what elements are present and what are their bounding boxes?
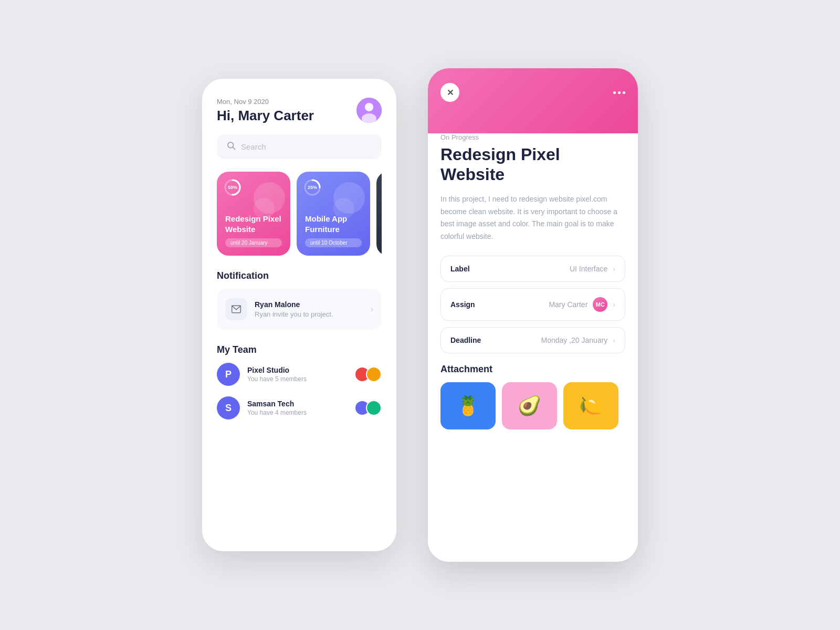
detail-label-text: Label — [450, 265, 470, 273]
project-card-3[interactable]: 50% Redes Ikea until 20 — [376, 172, 382, 256]
project-description: In this project, I need to redesign webs… — [440, 193, 625, 243]
detail-row-deadline[interactable]: Deadline Monday ,20 January › — [440, 327, 625, 353]
detail-assign-value-group: Mary Carter MC › — [549, 297, 615, 312]
project-cards-row: 50% Redesign Pixel Website until 20 Janu… — [217, 172, 382, 256]
project-card-1[interactable]: 50% Redesign Pixel Website until 20 Janu… — [217, 172, 290, 256]
team-members-1: You have 5 members — [247, 375, 347, 383]
header-controls: ✕ — [440, 83, 625, 102]
notification-card[interactable]: Ryan Malone Ryan invite you to project. … — [217, 289, 382, 330]
detail-deadline-value-group: Monday ,20 January › — [541, 336, 615, 344]
right-phone: ✕ On Progress Redesign Pixel Website In … — [428, 68, 638, 562]
attachment-thumb-2[interactable]: 🥑 — [502, 382, 557, 429]
search-placeholder: Search — [241, 142, 266, 151]
card-date-2: until 10 October — [305, 238, 362, 247]
close-button[interactable]: ✕ — [440, 83, 459, 102]
detail-value-label: UI Interface — [570, 265, 607, 273]
team-item-2[interactable]: S Samsan Tech You have 4 members — [217, 396, 382, 419]
search-icon — [226, 141, 236, 153]
team-info-2: Samsan Tech You have 4 members — [247, 400, 347, 416]
attachment-thumb-3[interactable]: 🍋 — [563, 382, 618, 429]
dot-1 — [613, 91, 616, 94]
team-info-1: Pixel Studio You have 5 members — [247, 366, 347, 383]
dot-3 — [623, 91, 625, 94]
team-avatar — [366, 366, 382, 382]
project-title: Redesign Pixel Website — [440, 144, 625, 185]
team-item-1[interactable]: P Pixel Studio You have 5 members — [217, 363, 382, 386]
project-card-2[interactable]: 25% Mobile App Furniture until 10 Octobe… — [297, 172, 370, 256]
team-avatar — [366, 400, 382, 416]
left-phone: Mon, Nov 9 2020 Hi, Mary Carter Search — [202, 79, 396, 551]
phone-body: On Progress Redesign Pixel Website In th… — [428, 118, 638, 562]
attachment-thumb-1[interactable]: 🍍 — [440, 382, 496, 429]
dot-2 — [618, 91, 621, 94]
progress-ring-1: 50% — [223, 178, 242, 197]
team-avatars-1 — [354, 366, 382, 382]
progress-text-2: 25% — [308, 185, 317, 190]
team-section-title: My Team — [217, 344, 382, 355]
notification-sender: Ryan Malone — [255, 300, 363, 309]
header-row: Mon, Nov 9 2020 Hi, Mary Carter — [217, 98, 382, 124]
card-title-1: Redesign Pixel Website — [225, 214, 282, 234]
card-title-2: Mobile App Furniture — [305, 214, 362, 234]
date-label: Mon, Nov 9 2020 — [217, 98, 314, 106]
chevron-icon: › — [613, 265, 615, 273]
notification-chevron-icon: › — [371, 304, 373, 314]
notification-message: Ryan invite you to project. — [255, 310, 363, 318]
detail-deadline-value: Monday ,20 January — [541, 336, 607, 344]
team-name-2: Samsan Tech — [247, 400, 347, 408]
greeting-label: Hi, Mary Carter — [217, 108, 314, 124]
progress-text-1: 50% — [228, 185, 237, 190]
progress-ring-2: 25% — [303, 178, 322, 197]
search-bar[interactable]: Search — [217, 134, 382, 159]
detail-value-group: UI Interface › — [570, 265, 615, 273]
assign-avatar: MC — [593, 297, 607, 312]
svg-line-4 — [233, 147, 235, 149]
on-progress-label: On Progress — [440, 133, 625, 141]
svg-point-1 — [365, 103, 373, 111]
team-icon-1: P — [217, 363, 240, 386]
avatar — [356, 98, 382, 123]
attachment-title: Attachment — [440, 364, 625, 375]
notification-section-title: Notification — [217, 270, 382, 281]
notification-content: Ryan Malone Ryan invite you to project. — [255, 300, 363, 318]
team-icon-2: S — [217, 396, 240, 419]
team-name-1: Pixel Studio — [247, 366, 347, 374]
card-date-1: until 20 January — [225, 238, 282, 247]
detail-row-assign[interactable]: Assign Mary Carter MC › — [440, 288, 625, 321]
detail-assign-value: Mary Carter — [549, 300, 587, 309]
more-options[interactable] — [613, 91, 625, 94]
team-avatars-2 — [354, 400, 382, 416]
notification-icon — [225, 298, 247, 320]
chevron-icon-2: › — [613, 300, 615, 309]
team-members-2: You have 4 members — [247, 409, 347, 416]
detail-deadline-label: Deadline — [450, 336, 481, 344]
detail-row-label[interactable]: Label UI Interface › — [440, 256, 625, 282]
chevron-icon-3: › — [613, 336, 615, 344]
detail-assign-label: Assign — [450, 300, 475, 309]
attachment-row: 🍍 🥑 🍋 — [440, 382, 625, 429]
header-text: Mon, Nov 9 2020 Hi, Mary Carter — [217, 98, 314, 124]
phone-header-pink: ✕ — [428, 68, 638, 133]
